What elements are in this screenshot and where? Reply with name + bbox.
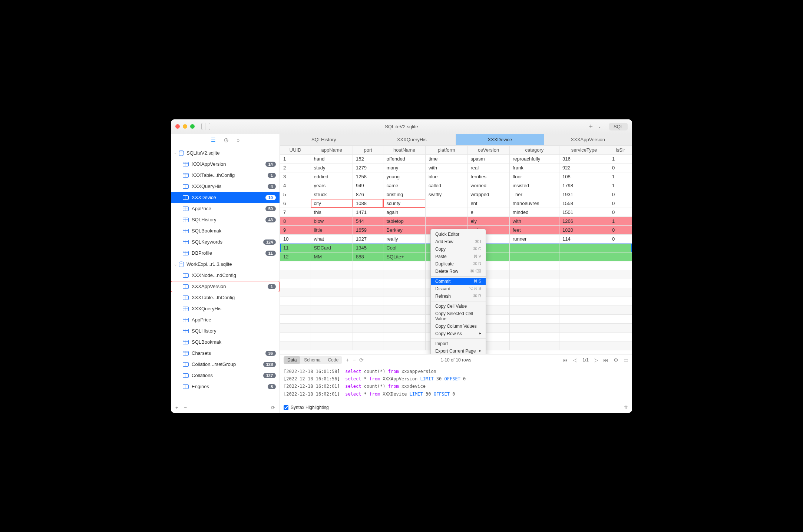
col-header[interactable]: appName xyxy=(311,145,353,154)
prev-page-icon[interactable]: ◁ xyxy=(573,357,577,363)
table-row[interactable]: XXXTable...thConfig xyxy=(171,292,280,303)
cell[interactable]: floor xyxy=(509,172,559,181)
gear-icon[interactable]: ⚙ xyxy=(614,357,618,363)
col-header[interactable]: UUID xyxy=(280,145,311,154)
col-header[interactable]: category xyxy=(509,145,559,154)
cell[interactable]: came xyxy=(383,181,425,190)
ctx-copy-cell-value[interactable]: Copy Cell Value xyxy=(431,303,486,310)
cell[interactable]: really xyxy=(383,234,425,243)
add-icon[interactable]: + xyxy=(175,405,178,410)
cell[interactable]: 1659 xyxy=(353,225,383,234)
seg-schema[interactable]: Schema xyxy=(300,356,324,364)
cell[interactable]: _her_ xyxy=(509,190,559,199)
cell[interactable]: 888 xyxy=(353,252,383,261)
cell[interactable]: struck xyxy=(311,190,353,199)
table-row[interactable]: XXXTable...thConfig1 xyxy=(171,170,280,181)
cell[interactable]: 0 xyxy=(609,163,632,172)
chevron-down-icon[interactable]: ⌄ xyxy=(598,125,601,129)
ctx-commit[interactable]: Commit⌘ S xyxy=(431,278,486,285)
cell[interactable]: 114 xyxy=(559,234,609,243)
col-header[interactable]: isSir xyxy=(609,145,632,154)
cell[interactable]: real xyxy=(467,163,509,172)
cell[interactable]: 5 xyxy=(280,190,311,199)
db-row[interactable]: ⌄WorkExpl...r1.3.sqlite xyxy=(171,259,280,270)
cell[interactable]: 0 xyxy=(609,225,632,234)
ctx-quick-editor[interactable]: Quick Editor xyxy=(431,231,486,238)
cell[interactable]: 1501 xyxy=(559,208,609,217)
col-header[interactable]: serviceType xyxy=(559,145,609,154)
cell[interactable]: 7 xyxy=(280,208,311,217)
cell[interactable]: SDCard xyxy=(311,243,353,252)
cell[interactable]: this xyxy=(311,208,353,217)
cell[interactable]: 1558 xyxy=(559,199,609,208)
ctx-duplicate[interactable]: Duplicate⌘ D xyxy=(431,260,486,268)
cell[interactable]: SQLite+ xyxy=(383,252,425,261)
cell[interactable]: reproachfully xyxy=(509,154,559,163)
data-row[interactable]: 1hand152offendedtimespasmreproachfully31… xyxy=(280,154,632,163)
cell[interactable]: little xyxy=(311,225,353,234)
minimize-icon[interactable] xyxy=(183,124,187,129)
cell[interactable]: 1931 xyxy=(559,190,609,199)
search-icon[interactable]: ⌕ xyxy=(237,137,239,143)
cell[interactable]: called xyxy=(425,181,467,190)
cell[interactable]: Berkley xyxy=(383,225,425,234)
cell[interactable]: offended xyxy=(383,154,425,163)
cell[interactable]: 1027 xyxy=(353,234,383,243)
cell[interactable]: 108 xyxy=(559,172,609,181)
data-row[interactable]: 8blow544tabletopelywith12661 xyxy=(280,217,632,225)
table-row[interactable]: XXXAppVersion1 xyxy=(171,281,280,292)
ctx-import[interactable]: Import xyxy=(431,340,486,347)
tab-sqlhistory[interactable]: SQLHistory xyxy=(280,134,368,145)
cell[interactable]: insisted xyxy=(509,181,559,190)
cell[interactable]: 1279 xyxy=(353,163,383,172)
cell[interactable]: 1798 xyxy=(559,181,609,190)
cell[interactable] xyxy=(559,252,609,261)
cell[interactable]: tabletop xyxy=(383,217,425,225)
panel-icon[interactable]: ▭ xyxy=(624,357,628,363)
cell[interactable]: 0 xyxy=(609,199,632,208)
data-row[interactable]: 3eddied1258youngblueterrifiesfloor1081 xyxy=(280,172,632,181)
add-row-icon[interactable]: + xyxy=(346,357,349,363)
table-row[interactable]: SQLKeywords124 xyxy=(171,237,280,248)
cell[interactable]: MM xyxy=(311,252,353,261)
table-row[interactable]: Collation...rsetGroup128 xyxy=(171,359,280,370)
table-row[interactable]: AppPrice50 xyxy=(171,203,280,214)
delete-row-icon[interactable]: − xyxy=(353,357,356,363)
table-row[interactable]: XXXDevice10 xyxy=(171,192,280,203)
cell[interactable]: 922 xyxy=(559,163,609,172)
cell[interactable]: 876 xyxy=(353,190,383,199)
cell[interactable]: 9 xyxy=(280,225,311,234)
cell[interactable]: swiftly xyxy=(425,190,467,199)
table-row[interactable]: SQLHistory xyxy=(171,326,280,337)
table-row[interactable]: XXXNode...ndConfig xyxy=(171,270,280,281)
cell[interactable]: young xyxy=(383,172,425,181)
cell[interactable]: Cool xyxy=(383,243,425,252)
cell[interactable]: with xyxy=(425,163,467,172)
refresh-grid-icon[interactable]: ⟳ xyxy=(359,357,364,363)
seg-code[interactable]: Code xyxy=(324,356,342,364)
view-segment[interactable]: DataSchemaCode xyxy=(284,356,342,364)
cell[interactable] xyxy=(425,217,467,225)
cell[interactable] xyxy=(559,243,609,252)
cell[interactable]: eddied xyxy=(311,172,353,181)
zoom-icon[interactable] xyxy=(190,124,195,129)
table-row[interactable]: XXXAppVersion14 xyxy=(171,159,280,170)
cell[interactable]: 3 xyxy=(280,172,311,181)
ctx-copy[interactable]: Copy⌘ C xyxy=(431,245,486,253)
cell[interactable]: 1 xyxy=(609,217,632,225)
db-row[interactable]: ⌄SQLiteV2.sqlite xyxy=(171,148,280,159)
cell[interactable]: what xyxy=(311,234,353,243)
cell[interactable]: 1258 xyxy=(353,172,383,181)
list-icon[interactable]: ☰ xyxy=(211,137,216,143)
data-row[interactable]: 5struck876bristlingswiftlywrapped_her_19… xyxy=(280,190,632,199)
cell[interactable]: worried xyxy=(467,181,509,190)
cell[interactable]: 11 xyxy=(280,243,311,252)
col-header[interactable]: port xyxy=(353,145,383,154)
cell[interactable]: 0 xyxy=(609,234,632,243)
cell[interactable]: 1345 xyxy=(353,243,383,252)
cell[interactable]: wrapped xyxy=(467,190,509,199)
cell[interactable]: 2 xyxy=(280,163,311,172)
table-row[interactable]: Charsets36 xyxy=(171,348,280,359)
cell[interactable]: runner xyxy=(509,234,559,243)
cell[interactable]: 316 xyxy=(559,154,609,163)
